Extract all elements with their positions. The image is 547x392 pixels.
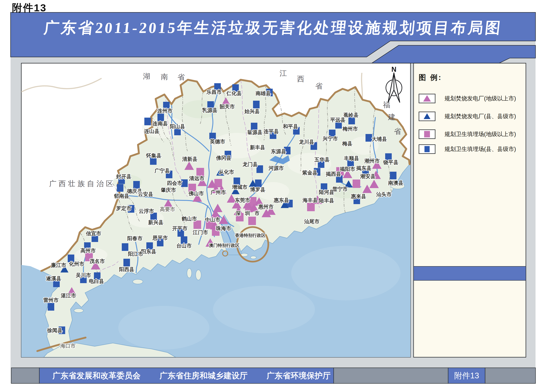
sea-texture <box>118 306 209 350</box>
marker-landfill-city <box>248 217 256 225</box>
place-label: 海丰县 <box>302 197 318 203</box>
island <box>74 309 83 313</box>
place-label: 广宁县 <box>154 168 170 173</box>
place-label: 揭阳市 <box>340 166 355 172</box>
place-label: 徐闻县 <box>47 328 62 333</box>
place-label: 罗定市 <box>116 206 131 211</box>
place-label: 开平市 <box>172 226 187 231</box>
place-label: 恩平市 <box>152 235 168 241</box>
marker-landfill-city <box>307 203 315 211</box>
island <box>196 270 201 280</box>
place-label: 汕头市 <box>376 192 391 197</box>
legend-square-blue <box>424 146 430 152</box>
place-label: 佛山市 <box>188 191 204 196</box>
place-label: 云浮市 <box>139 208 154 214</box>
footer-agencies: 广东省发展和改革委员会 广东省住房和城乡建设厅 广东省环境保护厅 <box>39 368 334 384</box>
place-label: 连山县 <box>144 128 159 134</box>
footer-agency: 广东省发展和改革委员会 <box>52 371 141 380</box>
place-label: 龙门县 <box>242 161 258 167</box>
legend-item-label: 规划焚烧发电厂(地级以上市) <box>444 95 516 102</box>
place-label: 四会市 <box>167 180 182 186</box>
legend-item-label: 规划焚烧发电厂(县、县级市) <box>444 112 516 120</box>
place-label: 廉江市 <box>51 262 66 268</box>
legend-item-label: 规划卫生填埋场(地级以上市) <box>444 130 516 138</box>
place-label: 翁源县 <box>247 130 262 135</box>
legend-item-landfill-city: 规划卫生填埋场(地级以上市) <box>419 129 516 139</box>
marker-landfill-county <box>48 303 54 311</box>
legend-item-incinerator-city: 规划焚烧发电厂(地级以上市) <box>419 94 516 103</box>
place-label: 始兴县 <box>244 109 260 114</box>
marker-landfill-city <box>193 220 201 229</box>
legend-blue-band <box>414 266 526 280</box>
place-label: 连南县 <box>152 121 168 126</box>
marker-landfill-county <box>123 259 130 266</box>
place-label: 海口市 <box>60 343 75 349</box>
place-label: 清远市 <box>189 176 205 181</box>
place-label: 紫金县 <box>302 170 317 176</box>
place-label: 珠海市 <box>216 226 231 231</box>
legend-item-label: 规划卫生填埋场(县、县级市) <box>444 145 516 153</box>
place-label: 云安县 <box>138 191 153 197</box>
place-label: 香港特别行政区 <box>235 233 266 238</box>
sheet-title: 广东省2011-2015年生活垃圾无害化处理设施规划项目布局图 <box>9 17 537 38</box>
place-label: 仁化县 <box>226 90 242 96</box>
marker-landfill-county <box>366 134 372 142</box>
marker-landfill-county <box>349 117 355 124</box>
place-label: 乳源县 <box>202 107 218 113</box>
place-label: 饶平县 <box>383 159 398 165</box>
neighbor-province-label: 省 <box>315 82 322 90</box>
legend-swatch-square-blue-icon <box>419 144 435 154</box>
place-label: 龙川县 <box>299 139 314 145</box>
marker-landfill-county <box>122 243 128 251</box>
island <box>251 256 256 259</box>
place-label: 信宜市 <box>86 231 101 236</box>
footer-agency: 广东省环境保护厅 <box>267 371 331 380</box>
place-label: 江门市 <box>193 230 208 235</box>
legend-triangle-pink <box>423 95 431 101</box>
marker-landfill-county <box>253 101 260 108</box>
neighbor-province-label: 南 <box>161 73 168 81</box>
place-label: 阳东县 <box>141 249 156 254</box>
legend-item-incinerator-county: 规划焚烧发电厂(县、县级市) <box>419 111 516 121</box>
place-label: 肇庆市 <box>161 187 176 193</box>
island <box>133 279 143 284</box>
place-label: 揭西县 <box>326 171 341 177</box>
place-label: 吴川市 <box>75 272 91 278</box>
legend-swatch-triangle-blue-icon <box>419 112 435 121</box>
neighbor-province-label: 建 <box>388 113 395 121</box>
place-label: 惠州市 <box>258 204 274 210</box>
place-label: 河源市 <box>268 165 284 171</box>
place-label: 东源县 <box>271 149 286 154</box>
place-label: 丰顺县 <box>344 156 359 161</box>
place-label: 雷州市 <box>43 297 59 303</box>
place-label: 茂名市 <box>89 258 105 264</box>
neighbor-province-label: 湖 <box>143 72 150 80</box>
place-label: 潮安县 <box>360 173 376 179</box>
place-label: 阳山县 <box>170 124 185 129</box>
neighbor-province-label: 江 <box>280 69 287 77</box>
place-label: 阳西县 <box>119 267 134 272</box>
legend-square-pink <box>424 131 430 137</box>
footer-agency: 广东省住房和城乡建设厅 <box>159 371 247 380</box>
place-label: 潮州市 <box>364 158 380 164</box>
place-label: 增城市 <box>232 184 247 190</box>
place-label: 清新县 <box>182 156 198 162</box>
place-label: 南澳县 <box>388 180 403 186</box>
place-label: 电白县 <box>89 278 104 284</box>
sheet-graphics: 湖南省江西省福建省广西壮族自治区乐昌市仁化县南雄县韶关市乳源县始兴县连州市连南县… <box>0 0 547 392</box>
place-label: 梅州市 <box>342 126 358 132</box>
place-label: 博罗县 <box>250 187 265 193</box>
place-label: 揭东县 <box>356 165 371 171</box>
place-label: 东莞市 <box>235 197 250 203</box>
place-label: 化州市 <box>69 261 84 267</box>
compass-n-label: N <box>391 66 396 73</box>
map-sheet: 湖南省江西省福建省广西壮族自治区乐昌市仁化县南雄县韶关市乳源县始兴县连州市连南县… <box>0 0 547 392</box>
place-label: 郁南县 <box>114 193 129 199</box>
attachment-label-footer: 附件13 <box>448 368 485 384</box>
marker-landfill-county <box>251 123 257 130</box>
marker-landfill-county <box>233 178 240 185</box>
legend-swatch-triangle-pink-icon <box>419 94 435 103</box>
place-label: 怀集县 <box>146 153 161 158</box>
attachment-label-top: 附件13 <box>12 1 47 15</box>
place-label: 连州市 <box>157 108 172 114</box>
